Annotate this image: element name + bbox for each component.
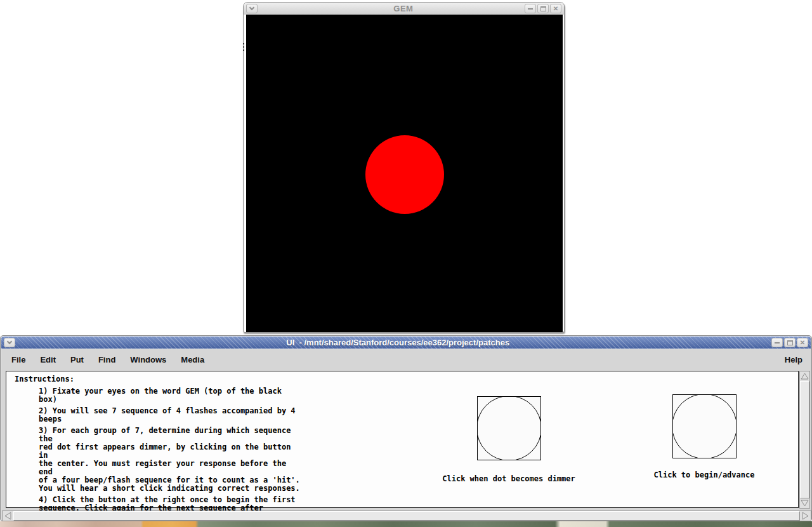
circle-outline-icon: [672, 394, 737, 458]
scroll-down-button[interactable]: [800, 498, 809, 508]
minimize-button[interactable]: [771, 338, 783, 347]
instruction-item: 1) Fixate your eyes on the word GEM (top…: [39, 387, 300, 404]
scroll-left-button[interactable]: [3, 511, 13, 521]
ui-titlebar[interactable]: UI - /mnt/shared/Stanford/courses/ee362/…: [1, 337, 811, 349]
scroll-right-button[interactable]: [800, 511, 811, 521]
window-menu-button[interactable]: [246, 4, 258, 13]
close-button[interactable]: ✕: [550, 4, 561, 13]
stimulus-canvas: [246, 15, 563, 332]
close-button[interactable]: ✕: [797, 338, 808, 347]
instructions-heading: Instructions:: [15, 375, 300, 384]
ui-window: UI - /mnt/shared/Stanford/courses/ee362/…: [0, 335, 812, 521]
menu-file[interactable]: File: [11, 355, 25, 364]
menu-media[interactable]: Media: [181, 355, 204, 364]
menu-bar: File Edit Put Find Windows Media Help: [1, 349, 811, 370]
vertical-scroll-thumb[interactable]: [800, 381, 809, 498]
chevron-down-icon: [7, 339, 12, 344]
horizontal-scrollbar[interactable]: [2, 510, 811, 521]
begin-advance-widget: Click to begin/advance: [634, 394, 774, 479]
dimmer-button-label: Click when dot becomes dimmer: [439, 474, 579, 483]
horizontal-scroll-thumb[interactable]: [13, 511, 800, 521]
maximize-button[interactable]: [784, 338, 796, 347]
minimize-button[interactable]: [525, 4, 536, 13]
begin-advance-button[interactable]: [672, 394, 737, 458]
maximize-icon: [787, 340, 793, 345]
gem-titlebar[interactable]: GEM ✕: [244, 3, 564, 15]
chevron-down-icon: [249, 5, 254, 10]
vertical-scrollbar[interactable]: [799, 371, 810, 509]
triangle-up-icon: [801, 373, 809, 380]
minimize-icon: [528, 8, 533, 10]
menu-help[interactable]: Help: [785, 355, 802, 364]
maximize-icon: [540, 6, 546, 11]
instruction-item: 2) You will see 7 sequence of 4 flashes …: [39, 407, 300, 424]
begin-advance-button-label: Click to begin/advance: [634, 470, 774, 479]
content-area: Instructions: 1) Fixate your eyes on the…: [6, 371, 799, 508]
gem-window-controls: ✕: [525, 4, 561, 13]
desktop: GEM ✕ UI - /mnt/shared/Stanf: [0, 0, 812, 527]
minimize-icon: [775, 342, 780, 344]
instruction-item: 3) For each group of 7, determine during…: [39, 427, 300, 493]
scroll-up-button[interactable]: [800, 371, 809, 381]
close-icon: ✕: [553, 6, 558, 12]
menu-put[interactable]: Put: [70, 355, 84, 364]
red-dot: [365, 135, 444, 214]
triangle-down-icon: [801, 500, 809, 507]
triangle-right-icon: [802, 512, 809, 520]
desktop-wallpaper-strip: [0, 521, 812, 527]
menu-windows[interactable]: Windows: [130, 355, 166, 364]
gem-window-title: GEM: [393, 4, 413, 13]
close-icon: ✕: [800, 340, 805, 346]
triangle-left-icon: [4, 512, 11, 520]
window-menu-button[interactable]: [4, 338, 15, 347]
ui-window-controls: ✕: [771, 338, 808, 347]
menu-edit[interactable]: Edit: [40, 355, 56, 364]
maximize-button[interactable]: [537, 4, 549, 13]
ui-window-title: UI - /mnt/shared/Stanford/courses/ee362/…: [286, 338, 509, 347]
menu-find[interactable]: Find: [98, 355, 115, 364]
dimmer-button[interactable]: [477, 396, 541, 460]
dimmer-response-widget: Click when dot becomes dimmer: [439, 396, 579, 483]
instructions-block: Instructions: 1) Fixate your eyes on the…: [15, 375, 300, 527]
circle-outline-icon: [477, 396, 541, 460]
gem-window: GEM ✕: [243, 2, 565, 333]
window-border-notch: [243, 43, 244, 52]
